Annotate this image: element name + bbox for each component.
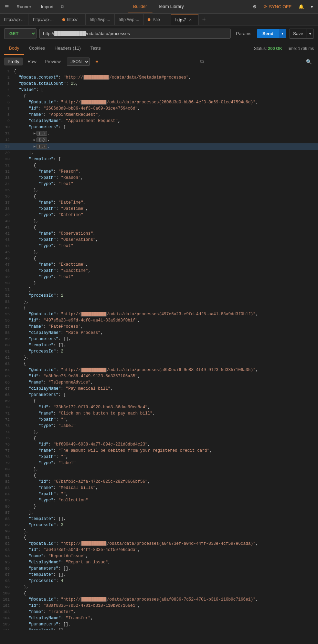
line-content-59: "parameters": [], [14,336,318,342]
send-button[interactable]: Send [257,29,279,38]
time-label: Time: [287,46,298,51]
search-button[interactable]: 🔍 [304,58,314,66]
json-line-75: 75 { [0,435,318,441]
collapse-arrow-11[interactable]: ▶ [34,132,36,135]
line-num-86: 86 [0,503,14,510]
json-line-71: 71 "name": "Click on the button to pay e… [0,410,318,417]
collapse-arrow-23[interactable]: ▶ [34,145,36,149]
line-num-35: 35 [0,187,14,193]
json-line-80: 80 }, [0,466,318,472]
tab-tests[interactable]: Tests [85,42,105,55]
line-num-38: 38 [0,206,14,212]
line-num-32: 32 [0,168,14,175]
settings-button[interactable]: ⚙ [251,3,259,11]
line-content-76: "id": "bf600449-6938-4a77-894c-221d8dbd4… [14,441,318,448]
tab-label-7: http:// [175,18,186,22]
runner-button[interactable]: Runner [12,2,35,11]
nav-right: ⚙ ⟳ SYNC OFF 🔔 ▾ [251,3,315,11]
send-group: Send ▾ [257,29,287,38]
json-line-45: 45 }, [0,249,318,255]
json-line-42: 42 "name": "Observations", [0,231,318,237]
json-line-106: 106 "template": [], [0,627,318,630]
resp-tab-pretty[interactable]: Pretty [4,58,23,65]
sidebar-icon: ☰ [5,4,9,9]
sidebar-toggle-button[interactable]: ☰ [3,3,11,11]
tab-item-6[interactable]: Pae [144,14,171,25]
collapse-pill-11[interactable]: {…} [36,131,47,136]
filter-icon-button[interactable]: ≡ [93,58,100,65]
request-bar: GET POST PUT DELETE PATCH Params Send ▾ … [0,25,318,42]
save-dropdown-button[interactable]: ▾ [307,29,314,39]
json-line-10: 10 "parameters": [ [0,124,318,130]
resp-tab-raw[interactable]: Raw [24,58,40,65]
json-line-31: 31 { [0,162,318,168]
format-select[interactable]: JSON XML HTML Text [67,58,90,66]
new-window-button[interactable]: ⧉ [59,3,66,11]
collapse-arrow-12[interactable]: ▶ [34,138,36,142]
line-num-79: 79 [0,460,14,466]
collapse-pill-23[interactable]: {…} [36,144,47,149]
line-content-86: } [14,503,318,510]
json-line-104: 104 "displayName": "Transfer", [0,615,318,621]
line-content-104: "displayName": "Transfer", [14,615,318,621]
line-num-87: 87 [0,510,14,516]
json-line-34: 34 "type": "Text" [0,181,318,187]
save-button[interactable]: Save [289,29,307,39]
line-num-50: 50 [0,280,14,286]
url-input[interactable] [39,29,231,39]
import-button[interactable]: Import [37,2,58,11]
line-content-77: "name": "The amount will be debited from… [14,448,318,454]
line-content-103: "name": "Transfer", [14,609,318,615]
line-content-7: "id": "2606d3d0-bb86-4ef3-8a69-01ce47594… [14,105,318,112]
json-line-44: 44 "type": "Text" [0,243,318,249]
json-line-79: 79 "type": "label" [0,460,318,466]
send-dropdown-button[interactable]: ▾ [279,29,286,38]
tab-item-3[interactable]: http:// [58,14,86,25]
sync-icon: ⟳ [264,4,267,9]
json-line-90: 90 }, [0,528,318,534]
json-line-46: 46 { [0,255,318,262]
line-content-91: { [14,534,318,541]
line-content-78: "xpath": "", [14,454,318,460]
copy-button[interactable]: ⧉ [198,57,206,66]
bell-button[interactable]: 🔔 [296,3,306,11]
tab-item-5[interactable]: http://wp-... [115,14,144,25]
tab-item-2[interactable]: http://wp-... [29,14,58,25]
tab-label-5: http://wp-... [119,17,139,22]
json-line-33: 33 "xpath": "Reason", [0,175,318,181]
line-num-90: 90 [0,528,14,534]
line-content-40: }, [14,218,318,224]
json-line-96: 96 "parameters": [], [0,565,318,572]
json-line-37: 37 "name": "DateTime", [0,200,318,206]
line-num-74: 74 [0,429,14,435]
chevron-down-button[interactable]: ▾ [309,3,315,11]
resp-tab-preview[interactable]: Preview [41,58,64,65]
tab-cookies[interactable]: Cookies [24,42,50,55]
line-num-23: 23 [0,143,14,150]
tab-team-library[interactable]: Team Library [152,1,189,12]
collapse-pill-12[interactable]: {…} [36,137,47,142]
line-content-46: { [14,255,318,262]
tab-item-4[interactable]: http://wp-... [86,14,115,25]
line-num-102: 102 [0,603,14,609]
json-line-83: 83 "name": "Medical bills", [0,485,318,491]
tab-add-button[interactable]: + [199,16,209,23]
json-line-73: 73 "type": "label" [0,423,318,429]
json-line-77: 77 "name": "The amount will be debited f… [0,448,318,454]
sync-button[interactable]: ⟳ SYNC OFF [262,3,294,11]
json-line-12: 12 ▶{…}, [0,137,318,143]
json-line-8: 8 "name": "AppointmentRequest", [0,112,318,118]
tab-close-7[interactable]: ✕ [189,18,192,22]
tab-item-1[interactable]: http://wp-... [0,14,29,25]
json-line-78: 78 "xpath": "", [0,454,318,460]
tab-builder[interactable]: Builder [128,1,152,12]
method-select[interactable]: GET POST PUT DELETE PATCH [4,28,36,39]
json-line-32: 32 "name": "Reason", [0,168,318,175]
params-button[interactable]: Params [233,29,254,38]
json-line-52: 52 "processId": 1 [0,293,318,299]
tab-headers[interactable]: Headers (11) [50,42,86,55]
tab-item-7[interactable]: http:// ✕ [171,14,199,25]
json-line-68: 68 "parameters": [ [0,392,318,398]
json-line-9: 9 "displayName": "Appointment Request", [0,118,318,124]
tab-body[interactable]: Body [4,42,24,55]
